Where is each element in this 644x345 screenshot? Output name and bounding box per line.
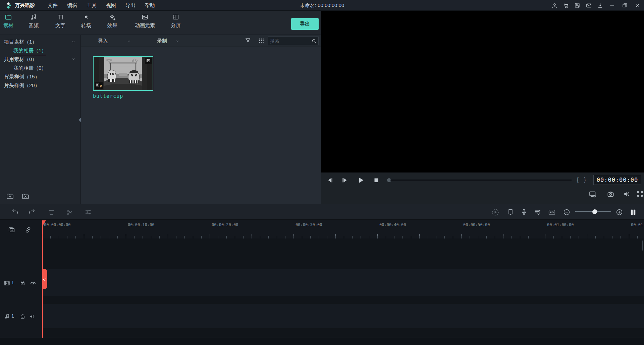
mail-icon[interactable]	[583, 0, 594, 11]
tab-label: 动画元素	[135, 22, 155, 29]
zoom-slider-knob[interactable]	[592, 209, 597, 214]
playhead-grip-scissors-icon[interactable]	[42, 269, 47, 289]
minimize-icon[interactable]	[606, 0, 619, 11]
link-icon[interactable]	[24, 226, 32, 234]
ruler-label: 00:01:10:00	[631, 222, 644, 227]
logo-text: 万兴喵影	[15, 2, 35, 9]
delete-icon[interactable]	[47, 208, 56, 216]
video-track-lane[interactable]	[0, 269, 644, 296]
eye-icon[interactable]	[30, 280, 37, 287]
track-manager-icon[interactable]	[629, 208, 637, 216]
delete-folder-icon[interactable]	[21, 192, 30, 200]
redo-icon[interactable]	[28, 208, 36, 216]
audio-track-lane[interactable]	[0, 304, 644, 328]
media-toolbar: 导入 录制	[81, 35, 321, 47]
previous-frame-icon[interactable]	[326, 176, 334, 185]
timeline-toolbar	[0, 204, 644, 220]
search-icon[interactable]	[311, 38, 317, 44]
tab-label: 分屏	[171, 22, 181, 29]
restore-icon[interactable]	[619, 0, 631, 11]
tree-item-shared-media[interactable]: 共用素材（0）	[0, 55, 80, 64]
adjust-icon[interactable]	[84, 208, 93, 216]
tab-transitions[interactable]: 转场	[81, 13, 91, 29]
snapshot-icon[interactable]	[607, 190, 615, 199]
ruler-label: 00:00:40:00	[379, 222, 406, 227]
tab-text[interactable]: 文字	[55, 13, 65, 29]
unlock-icon[interactable]	[19, 313, 26, 320]
tab-media[interactable]: 素材	[3, 13, 13, 29]
tree-item-my-album-1[interactable]: 我的相册（1）	[0, 46, 80, 55]
record-dropdown[interactable]: 录制	[157, 35, 167, 47]
fullscreen-icon[interactable]	[636, 190, 644, 199]
export-button[interactable]: 导出	[291, 18, 319, 30]
chevron-down-icon[interactable]	[71, 39, 76, 44]
render-preview-icon[interactable]	[491, 208, 500, 216]
new-folder-icon[interactable]	[6, 192, 14, 200]
library-tabbar: 素材 音频 文字 转场 效果 动画元素	[0, 11, 321, 35]
seek-track[interactable]	[390, 180, 572, 181]
effects-star-icon	[109, 13, 116, 21]
account-icon[interactable]	[549, 0, 560, 11]
menu-export[interactable]: 导出	[121, 0, 140, 11]
tree-item-project-media[interactable]: 项目素材（1）	[0, 38, 80, 46]
transition-icon	[83, 13, 90, 21]
track-header-column: 1 1	[0, 220, 42, 345]
menu-edit[interactable]: 编辑	[62, 0, 82, 11]
download-icon[interactable]	[594, 0, 606, 11]
unlock-icon[interactable]	[19, 280, 26, 286]
zoom-out-icon[interactable]	[562, 208, 571, 216]
tab-split-screen[interactable]: 分屏	[171, 13, 181, 29]
titlebar: 万兴喵影 文件 编辑 工具 视图 导出 帮助 未命名: 00:00:00:00	[0, 0, 644, 11]
undo-icon[interactable]	[11, 208, 19, 216]
media-image-icon	[141, 13, 149, 21]
filter-icon[interactable]	[245, 37, 251, 44]
tree-item-my-album-0[interactable]: 我的相册（0）	[0, 64, 80, 72]
play-icon[interactable]	[357, 176, 365, 185]
tab-effects[interactable]: 效果	[107, 13, 117, 29]
audio-track-number: 1	[11, 313, 14, 319]
filmstrip-badge-icon	[145, 58, 152, 64]
split-scissors-icon[interactable]	[65, 208, 74, 216]
timecode-display[interactable]: 00:00:00:00	[593, 175, 641, 185]
media-item-thumbnail[interactable]: p	[93, 56, 153, 91]
voiceover-mic-icon[interactable]	[520, 208, 528, 216]
search-input[interactable]	[268, 38, 311, 44]
save-icon[interactable]	[572, 0, 583, 11]
folder-icon	[5, 13, 12, 21]
marker-icon[interactable]	[506, 208, 515, 216]
media-item-name[interactable]: buttercup	[93, 93, 123, 99]
zoom-in-icon[interactable]	[615, 208, 624, 216]
tab-audio[interactable]: 音频	[29, 13, 39, 29]
cart-icon[interactable]	[560, 0, 572, 11]
menu-view[interactable]: 视图	[101, 0, 121, 11]
display-settings-icon[interactable]	[589, 190, 597, 199]
tree-item-intro-samples[interactable]: 片头样例（20）	[0, 81, 80, 90]
collapse-panel-icon[interactable]	[78, 118, 81, 122]
tree-item-background-samples[interactable]: 背景样例（15）	[0, 72, 80, 81]
grid-view-icon[interactable]	[258, 37, 265, 45]
close-icon[interactable]	[631, 0, 644, 11]
chevron-down-icon[interactable]	[175, 39, 179, 43]
tab-elements[interactable]: 动画元素	[135, 13, 155, 29]
mark-out-icon[interactable]: }	[584, 176, 586, 183]
mark-in-icon[interactable]: {	[577, 176, 579, 183]
menu-tools[interactable]: 工具	[82, 0, 101, 11]
app-logo: 万兴喵影	[5, 2, 35, 9]
chevron-down-icon[interactable]	[127, 39, 131, 43]
add-track-icon[interactable]	[7, 226, 16, 234]
transport-bar: { } 00:00:00:00	[321, 172, 644, 188]
fit-timeline-icon[interactable]	[547, 208, 556, 216]
stop-icon[interactable]	[372, 176, 381, 185]
chevron-down-icon[interactable]	[71, 57, 76, 61]
speaker-icon[interactable]	[29, 313, 36, 320]
menu-file[interactable]: 文件	[43, 0, 62, 11]
audio-mixer-icon[interactable]	[533, 208, 542, 216]
menu-help[interactable]: 帮助	[140, 0, 160, 11]
next-frame-icon[interactable]	[340, 176, 349, 185]
import-dropdown[interactable]: 导入	[98, 35, 108, 47]
timeline-scrollbar[interactable]	[642, 240, 643, 251]
library-tree: 项目素材（1） 我的相册（1） 共用素材（0） 我的相册（0） 背景样例（15）…	[0, 35, 81, 204]
video-preview[interactable]	[321, 11, 644, 172]
volume-icon[interactable]	[623, 190, 632, 199]
tab-label: 音频	[29, 22, 39, 29]
